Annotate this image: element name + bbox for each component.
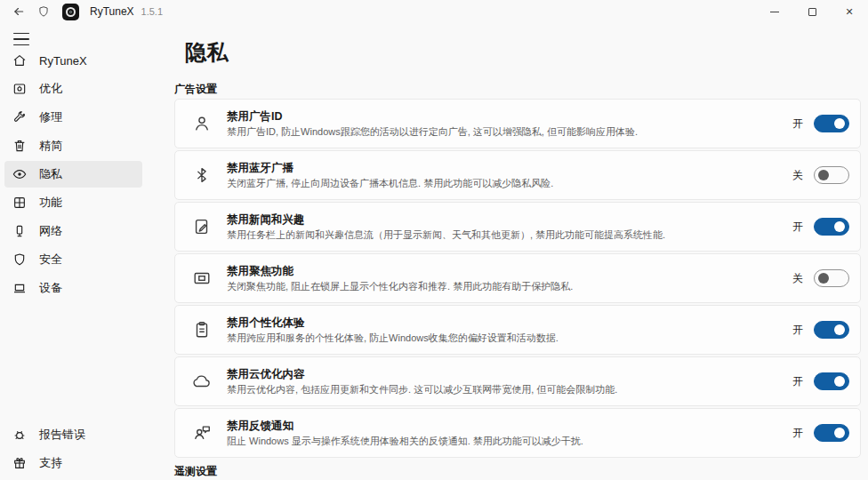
sidebar-item-network[interactable]: 网络 — [4, 218, 142, 244]
sidebar-nav-list: RyTuneX 优化 修理 精简 隐私 — [0, 47, 147, 303]
setting-description: 禁用任务栏上的新闻和兴趣信息流（用于显示新闻、天气和其他更新）, 禁用此功能可能… — [227, 228, 782, 242]
toggle-state-label: 关 — [792, 168, 803, 183]
sidebar-footer: 报告错误 支持 — [0, 421, 147, 478]
sidebar-item-label: 支持 — [39, 455, 62, 471]
toggle-state-label: 开 — [792, 116, 803, 132]
setting-description: 禁用广告ID, 防止Windows跟踪您的活动以进行定向广告, 这可以增强隐私,… — [227, 125, 782, 139]
sidebar-item-label: 报告错误 — [39, 427, 85, 443]
setting-title: 禁用反馈通知 — [227, 419, 782, 434]
maximize-button[interactable] — [793, 0, 831, 23]
setting-title: 禁用新闻和兴趣 — [227, 212, 782, 228]
setting-title: 禁用蓝牙广播 — [227, 161, 782, 176]
sidebar-item-label: 设备 — [39, 280, 62, 296]
sidebar-item-label: RyTuneX — [39, 54, 87, 68]
sidebar-item-label: 修理 — [39, 109, 62, 125]
devices-icon — [12, 281, 27, 296]
settings-card-list: 禁用广告ID 禁用广告ID, 防止Windows跟踪您的活动以进行定向广告, 这… — [174, 99, 861, 458]
sidebar-item-home[interactable]: RyTuneX — [4, 47, 142, 74]
setting-description: 关闭蓝牙广播, 停止向周边设备广播本机信息. 禁用此功能可以减少隐私风险. — [227, 177, 782, 190]
setting-card-disable-ad-id: 禁用广告ID 禁用广告ID, 防止Windows跟踪您的活动以进行定向广告, 这… — [174, 99, 861, 148]
optimize-icon — [12, 82, 27, 97]
cloud-icon — [191, 371, 213, 392]
setting-card-disable-personalized-experiences: 禁用个性化体验 禁用跨应用和服务的个性化体验, 防止Windows收集您的偏好设… — [174, 305, 861, 355]
shield-icon — [34, 2, 53, 21]
maximize-icon — [808, 8, 816, 16]
setting-card-disable-cloud-content: 禁用云优化内容 禁用云优化内容, 包括应用更新和文件同步. 这可以减少互联网带宽… — [174, 356, 861, 406]
setting-title: 禁用云优化内容 — [227, 367, 782, 382]
toggle-switch[interactable] — [814, 321, 849, 339]
shield-icon — [12, 252, 27, 268]
setting-card-disable-feedback-notifications: 禁用反馈通知 阻止 Windows 显示与操作系统使用体验相关的反馈通知. 禁用… — [174, 408, 861, 458]
sidebar-item-label: 优化 — [39, 81, 62, 97]
setting-card-disable-news-interests: 禁用新闻和兴趣 禁用任务栏上的新闻和兴趣信息流（用于显示新闻、天气和其他更新）,… — [174, 202, 861, 252]
sidebar-item-label: 安全 — [39, 252, 62, 268]
feedback-icon — [191, 422, 213, 444]
sidebar-item-security[interactable]: 安全 — [4, 246, 142, 273]
eye-icon — [12, 167, 27, 182]
bluetooth-icon — [191, 164, 213, 186]
sidebar-item-report-bug[interactable]: 报告错误 — [4, 421, 142, 448]
sidebar-item-devices[interactable]: 设备 — [4, 275, 142, 301]
setting-description: 禁用云优化内容, 包括应用更新和文件同步. 这可以减少互联网带宽使用, 但可能会… — [227, 383, 782, 396]
sidebar-item-label: 隐私 — [39, 166, 62, 182]
toggle-state-label: 关 — [792, 271, 803, 286]
sidebar-item-optimize[interactable]: 优化 — [4, 76, 142, 102]
main-content: 隐私 广告设置 禁用广告ID 禁用广告ID, 防止Windows跟踪您的活动以进… — [147, 23, 868, 480]
sidebar-item-repair[interactable]: 修理 — [4, 104, 142, 131]
close-icon: ✕ — [845, 7, 853, 17]
minimize-icon — [770, 12, 779, 12]
page-title: 隐私 — [185, 37, 861, 68]
setting-description: 禁用跨应用和服务的个性化体验, 防止Windows收集您的偏好设置和活动数据. — [227, 332, 782, 345]
close-button[interactable]: ✕ — [831, 0, 868, 23]
features-icon — [12, 196, 27, 211]
lockscreen-icon — [191, 268, 213, 289]
toggle-state-label: 开 — [792, 426, 803, 441]
sidebar-item-label: 精简 — [39, 138, 62, 154]
app-version: 1.5.1 — [141, 6, 163, 17]
setting-description: 关闭聚焦功能, 阻止在锁屏上显示个性化内容和推荐. 禁用此功能有助于保护隐私. — [227, 280, 782, 293]
sidebar-item-privacy[interactable]: 隐私 — [4, 161, 142, 188]
toggle-switch[interactable] — [814, 166, 849, 184]
window-controls: ✕ — [756, 0, 868, 23]
toggle-state-label: 开 — [792, 374, 803, 389]
toggle-switch[interactable] — [814, 372, 849, 390]
setting-card-disable-bluetooth-advertising: 禁用蓝牙广播 关闭蓝牙广播, 停止向周边设备广播本机信息. 禁用此功能可以减少隐… — [174, 150, 861, 200]
gift-icon — [12, 456, 27, 471]
title-bar: RyTuneX 1.5.1 ✕ — [0, 0, 868, 23]
section-title-telemetry: 遥测设置 — [174, 464, 861, 477]
section-title-ads: 广告设置 — [174, 82, 861, 95]
setting-title: 禁用聚焦功能 — [227, 264, 782, 279]
setting-description: 阻止 Windows 显示与操作系统使用体验相关的反馈通知. 禁用此功能可以减少… — [227, 435, 782, 448]
minimize-button[interactable] — [756, 0, 793, 23]
clipboard-icon — [191, 319, 213, 340]
toggle-switch[interactable] — [814, 269, 849, 287]
wrench-icon — [12, 110, 27, 125]
sidebar: RyTuneX 优化 修理 精简 隐私 — [0, 47, 147, 480]
home-icon — [12, 53, 27, 68]
app-title: RyTuneX — [90, 5, 134, 18]
trash-icon — [12, 139, 27, 154]
app-logo-icon — [62, 4, 79, 20]
sidebar-item-support[interactable]: 支持 — [4, 450, 142, 476]
sidebar-item-label: 网络 — [39, 223, 62, 239]
setting-card-disable-spotlight: 禁用聚焦功能 关闭聚焦功能, 阻止在锁屏上显示个性化内容和推荐. 禁用此功能有助… — [174, 253, 861, 303]
toggle-state-label: 开 — [792, 220, 803, 235]
sidebar-item-label: 功能 — [39, 195, 62, 211]
network-icon — [12, 224, 27, 239]
bug-icon — [12, 428, 27, 443]
toggle-switch[interactable] — [814, 424, 849, 442]
toggle-switch[interactable] — [814, 115, 849, 132]
back-button[interactable] — [9, 2, 28, 21]
sidebar-item-features[interactable]: 功能 — [4, 189, 142, 216]
person-icon — [191, 113, 213, 134]
toggle-state-label: 开 — [792, 323, 803, 338]
sidebar-item-debloat[interactable]: 精简 — [4, 132, 142, 159]
setting-title: 禁用个性化体验 — [227, 316, 782, 331]
news-pen-icon — [191, 216, 213, 237]
setting-title: 禁用广告ID — [227, 109, 782, 124]
toggle-switch[interactable] — [814, 218, 849, 236]
